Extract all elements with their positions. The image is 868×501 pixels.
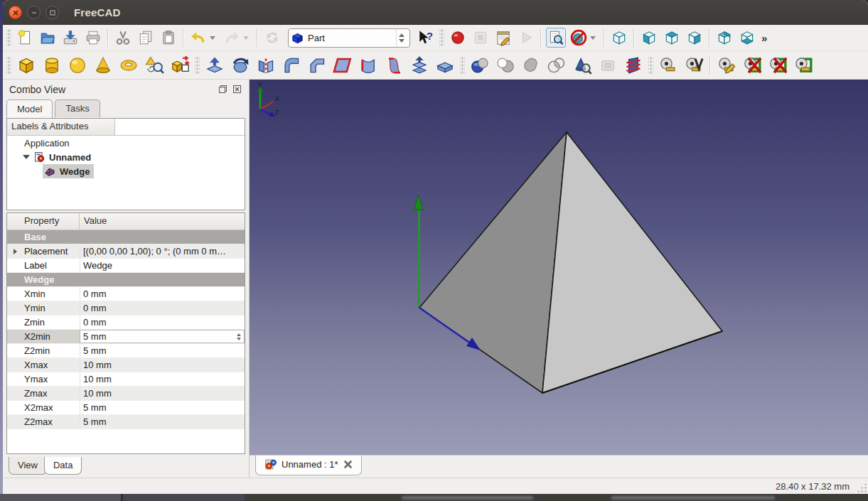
toolbar-handle[interactable]: [6, 57, 11, 74]
ruled-surface-button[interactable]: [357, 54, 380, 77]
property-value[interactable]: Wedge: [80, 259, 245, 272]
paste-button[interactable]: [159, 28, 178, 48]
property-row-placement[interactable]: Placement[(0,00 0,00 1,00); 0 °; (0 mm 0…: [7, 244, 245, 259]
boolean-button[interactable]: [468, 54, 491, 77]
toolbar-handle[interactable]: [195, 57, 200, 74]
boolean-cut-button[interactable]: [494, 54, 517, 77]
shape-builder-button[interactable]: [168, 54, 191, 77]
measure-clear-all-button[interactable]: [741, 54, 763, 77]
macro-stop-button[interactable]: [471, 28, 491, 48]
open-document-button[interactable]: [38, 28, 58, 48]
toolbar-handle[interactable]: [648, 57, 653, 74]
property-value[interactable]: 5 mm: [80, 330, 245, 343]
macro-record-button[interactable]: [448, 28, 468, 48]
panel-close-button[interactable]: [232, 84, 242, 95]
view-bottom-button[interactable]: [737, 28, 757, 48]
document-tab[interactable]: Unnamed : 1*: [255, 456, 362, 475]
measure-angular-button[interactable]: [682, 54, 705, 77]
view-right-button[interactable]: [685, 28, 704, 48]
measure-toggle-all-button[interactable]: [766, 54, 789, 77]
property-value[interactable]: [(0,00 0,00 1,00); 0 °; (0 mm 0 m…: [80, 244, 245, 258]
property-group-base[interactable]: Base: [7, 230, 245, 244]
cut-button[interactable]: [113, 28, 133, 48]
window-close-button[interactable]: [9, 6, 22, 19]
tab-tasks[interactable]: Tasks: [55, 99, 100, 117]
property-row-x2max[interactable]: X2max5 mm: [7, 401, 245, 415]
tree-item-unnamed[interactable]: Unnamed: [7, 150, 245, 164]
expand-arrow-icon[interactable]: [7, 244, 23, 258]
print-button[interactable]: [83, 28, 103, 48]
title-bar[interactable]: FreeCAD: [3, 0, 868, 25]
property-row-xmax[interactable]: Xmax10 mm: [7, 358, 245, 372]
part-cylinder-button[interactable]: [41, 54, 63, 77]
draw-style-button[interactable]: [569, 28, 599, 48]
property-value[interactable]: 5 mm: [80, 415, 245, 429]
redo-button[interactable]: [222, 28, 252, 48]
property-row-zmin[interactable]: Zmin0 mm: [7, 316, 245, 330]
property-row-label[interactable]: LabelWedge: [7, 259, 245, 273]
copy-button[interactable]: [136, 28, 156, 48]
view-rear-button[interactable]: [714, 28, 734, 48]
property-value[interactable]: 10 mm: [80, 358, 245, 372]
undo-button[interactable]: [188, 28, 219, 48]
property-row-z2max[interactable]: Z2max5 mm: [7, 415, 245, 429]
sweep-button[interactable]: [408, 54, 431, 77]
extrude-button[interactable]: [203, 54, 226, 77]
macro-edit-button[interactable]: [493, 28, 513, 48]
property-row-zmax[interactable]: Zmax10 mm: [7, 387, 245, 401]
resize-grip[interactable]: [857, 483, 867, 492]
property-value[interactable]: 0 mm: [80, 316, 245, 329]
tab-data[interactable]: Data: [44, 457, 82, 475]
defeaturing-button[interactable]: [596, 54, 619, 77]
boolean-intersection-button[interactable]: [545, 54, 568, 77]
offset-button[interactable]: [434, 54, 456, 77]
boolean-union-button[interactable]: [520, 54, 542, 77]
fillet-button[interactable]: [280, 54, 303, 77]
window-maximize-button[interactable]: [45, 6, 59, 19]
part-sphere-button[interactable]: [66, 54, 89, 77]
property-table-header[interactable]: Property Value: [7, 213, 245, 230]
view-front-button[interactable]: [639, 28, 659, 48]
measure-toggle-3d-button[interactable]: [792, 54, 815, 77]
property-row-z2min[interactable]: Z2min5 mm: [7, 344, 245, 358]
window-minimize-button[interactable]: [27, 6, 41, 19]
value-spinner[interactable]: [234, 333, 241, 340]
tree-item-application[interactable]: Application: [7, 136, 245, 150]
new-document-button[interactable]: [15, 28, 35, 48]
tab-model[interactable]: Model: [6, 99, 53, 118]
expander-open-icon[interactable]: [23, 153, 30, 161]
tab-view[interactable]: View: [9, 457, 47, 475]
property-row-ymin[interactable]: Ymin0 mm: [7, 301, 245, 316]
measure-refresh-button[interactable]: [715, 54, 738, 77]
property-value[interactable]: 0 mm: [80, 287, 245, 301]
part-primitives-button[interactable]: [143, 54, 166, 77]
view-top-button[interactable]: [662, 28, 682, 48]
toolbar-handle[interactable]: [439, 29, 444, 46]
toolbar-handle[interactable]: [6, 29, 11, 46]
document-tab-close-button[interactable]: [343, 460, 353, 469]
property-value[interactable]: 0 mm: [80, 301, 245, 315]
panel-float-button[interactable]: [218, 84, 228, 95]
workbench-selector-spinner[interactable]: [396, 29, 407, 47]
save-document-button[interactable]: [60, 28, 80, 48]
tree-item-wedge[interactable]: Wedge: [7, 164, 245, 178]
part-box-button[interactable]: [15, 54, 38, 77]
3d-viewport[interactable]: Y X Z: [250, 80, 868, 455]
part-cone-button[interactable]: [92, 54, 114, 77]
property-value[interactable]: 10 mm: [80, 372, 245, 386]
revolve-button[interactable]: [229, 54, 252, 77]
macro-execute-button[interactable]: [516, 28, 536, 48]
toolbar-overflow-button[interactable]: »: [761, 32, 767, 44]
chamfer-button[interactable]: [306, 54, 328, 77]
whats-this-button[interactable]: ?: [416, 28, 436, 48]
cross-sections-button[interactable]: [622, 54, 645, 77]
toolbar-handle[interactable]: [460, 57, 465, 74]
property-value[interactable]: 5 mm: [80, 344, 245, 357]
make-face-button[interactable]: [331, 54, 354, 77]
property-value[interactable]: 10 mm: [80, 387, 245, 400]
property-value[interactable]: 5 mm: [80, 401, 245, 414]
property-row-xmin[interactable]: Xmin0 mm: [7, 287, 245, 301]
mirror-button[interactable]: [254, 54, 277, 77]
loft-button[interactable]: [382, 54, 405, 77]
part-torus-button[interactable]: [117, 54, 140, 77]
